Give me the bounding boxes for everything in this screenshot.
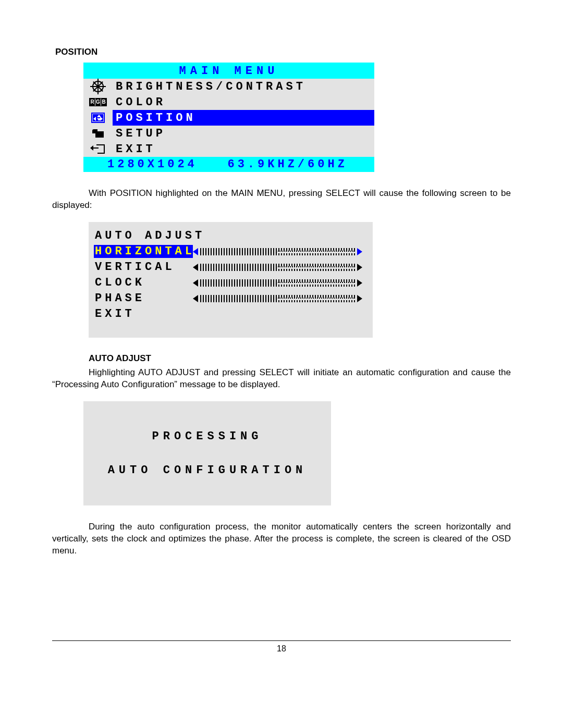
heading-position: POSITION <box>55 47 511 57</box>
slider-decrease-icon[interactable] <box>193 295 198 302</box>
paragraph-1-text: With POSITION highlighted on the MAIN ME… <box>52 188 511 210</box>
paragraph-1: With POSITION highlighted on the MAIN ME… <box>52 188 511 212</box>
processing-line-1: PROCESSING <box>152 430 262 443</box>
submenu-item-label: AUTO ADJUST <box>94 229 193 242</box>
slider-vertical[interactable] <box>193 264 362 271</box>
slider-decrease-icon[interactable] <box>193 248 198 255</box>
slider-clock[interactable] <box>193 279 362 287</box>
submenu-item-phase[interactable]: PHASE <box>94 291 362 306</box>
submenu-item-auto-adjust[interactable]: AUTO ADJUST <box>94 228 362 244</box>
document-page: POSITION MAIN MENU BRIGHTNESS/CONTRAST R… <box>0 0 563 728</box>
brightness-icon <box>83 79 113 94</box>
slider-track <box>200 295 355 302</box>
menu-item-label: SETUP <box>113 126 374 141</box>
osd-main-menu: MAIN MENU BRIGHTNESS/CONTRAST RGB COLOR … <box>83 63 374 172</box>
slider-phase[interactable] <box>193 295 362 302</box>
slider-increase-icon[interactable] <box>357 264 362 271</box>
processing-message-box: PROCESSING AUTO CONFIGURATION <box>83 401 331 505</box>
slider-increase-icon[interactable] <box>357 295 362 302</box>
page-number: 18 <box>52 644 511 653</box>
slider-track <box>200 264 355 271</box>
menu-item-position[interactable]: POSITION <box>83 110 374 126</box>
paragraph-3: During the auto configuration process, t… <box>52 521 511 557</box>
slider-horizontal[interactable] <box>193 248 362 255</box>
slider-decrease-icon[interactable] <box>193 264 198 271</box>
submenu-item-clock[interactable]: CLOCK <box>94 275 362 291</box>
menu-item-color[interactable]: RGB COLOR <box>83 94 374 110</box>
osd-position-submenu: AUTO ADJUST HORIZONTAL VERTICAL CLOCK <box>89 222 373 338</box>
footer-rule <box>52 640 511 641</box>
submenu-item-horizontal[interactable]: HORIZONTAL <box>94 244 362 260</box>
paragraph-3-text: During the auto configuration process, t… <box>52 522 511 556</box>
paragraph-2-text: Highlighting AUTO ADJUST and pressing SE… <box>52 367 511 389</box>
submenu-item-exit[interactable]: EXIT <box>94 306 362 322</box>
menu-item-label: COLOR <box>113 94 374 110</box>
submenu-item-label: EXIT <box>94 307 193 320</box>
submenu-item-vertical[interactable]: VERTICAL <box>94 260 362 275</box>
osd-title: MAIN MENU <box>83 63 374 79</box>
slider-track <box>200 248 355 255</box>
menu-item-exit[interactable]: EXIT <box>83 141 374 157</box>
processing-line-2: AUTO CONFIGURATION <box>108 464 307 477</box>
menu-item-setup[interactable]: SETUP <box>83 126 374 141</box>
paragraph-2: Highlighting AUTO ADJUST and pressing SE… <box>52 367 511 391</box>
exit-icon <box>83 141 113 157</box>
slider-increase-icon[interactable] <box>357 248 362 255</box>
slider-track <box>200 279 355 287</box>
menu-item-brightness[interactable]: BRIGHTNESS/CONTRAST <box>83 79 374 94</box>
submenu-item-label: CLOCK <box>94 276 193 289</box>
slider-increase-icon[interactable] <box>357 279 362 287</box>
menu-item-label: BRIGHTNESS/CONTRAST <box>113 79 374 94</box>
rgb-icon: RGB <box>83 94 113 110</box>
slider-decrease-icon[interactable] <box>193 279 198 287</box>
submenu-item-label: PHASE <box>94 292 193 305</box>
submenu-item-label: VERTICAL <box>94 261 193 274</box>
osd-status-line: 1280X1024 63.9KHZ/60HZ <box>83 157 374 172</box>
menu-item-label: POSITION <box>113 110 374 126</box>
submenu-item-label: HORIZONTAL <box>94 245 193 258</box>
position-icon <box>83 110 113 126</box>
heading-auto-adjust: AUTO ADJUST <box>89 353 511 364</box>
setup-icon <box>83 126 113 141</box>
menu-item-label: EXIT <box>113 141 374 157</box>
